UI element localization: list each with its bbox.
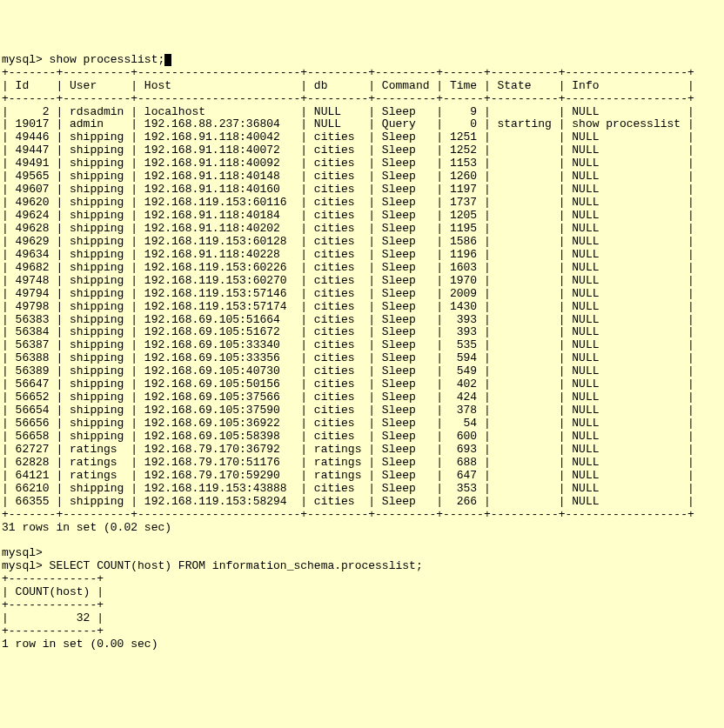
mysql-prompt: mysql> (2, 546, 43, 559)
cursor-icon (164, 54, 171, 66)
sql-command: SELECT COUNT(host) FROM information_sche… (50, 559, 423, 572)
result-summary: 1 row in set (0.00 sec) (2, 638, 158, 651)
mysql-prompt: mysql> (2, 53, 50, 66)
processlist-table: +-------+----------+--------------------… (2, 66, 694, 521)
result-summary: 31 rows in set (0.02 sec) (2, 521, 171, 534)
mysql-prompt: mysql> (2, 559, 50, 572)
sql-command: show processlist; (50, 53, 165, 66)
count-table: +-------------+ | COUNT(host) | +-------… (2, 572, 104, 638)
terminal-output[interactable]: mysql> show processlist; +-------+------… (2, 54, 722, 651)
